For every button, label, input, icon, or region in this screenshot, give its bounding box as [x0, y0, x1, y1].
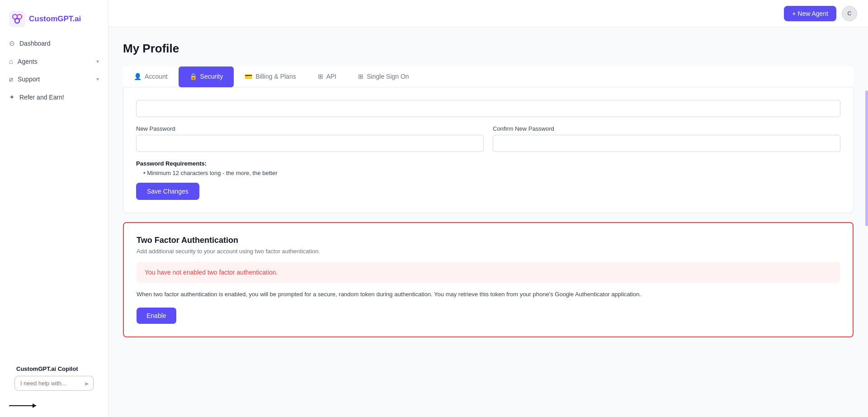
copilot-input[interactable]	[14, 376, 94, 391]
logo-text: CustomGPT.ai	[29, 14, 81, 24]
sidebar-item-agents[interactable]: ⌂ Agents ▾	[0, 52, 108, 70]
tab-api-label: API	[326, 73, 337, 80]
copilot-input-area: ➤	[7, 376, 101, 398]
requirement-item-1: • Minimum 12 characters long - the more,…	[143, 170, 840, 176]
content-area: My Profile 👤 Account 🔒 Security 💳 Billin…	[108, 27, 868, 417]
api-icon: ⊞	[318, 73, 323, 80]
tfa-warning-text: You have not enabled two factor authenti…	[145, 269, 278, 276]
sidebar: CustomGPT.ai ⊙ Dashboard ⌂ Agents ▾ ⌀ Su…	[0, 0, 108, 417]
topbar: + New Agent C	[108, 0, 868, 27]
chevron-down-icon: ▾	[96, 58, 99, 65]
sidebar-label-dashboard: Dashboard	[19, 40, 51, 47]
confirm-password-input[interactable]	[493, 135, 840, 152]
tab-sso[interactable]: ⊞ Single Sign On	[347, 66, 420, 87]
tab-billing[interactable]: 💳 Billing & Plans	[234, 66, 307, 87]
scrollbar[interactable]	[865, 90, 868, 226]
lock-icon: 🔒	[189, 73, 197, 80]
page-title: My Profile	[123, 42, 854, 56]
sidebar-label-refer: Refer and Earn!	[19, 94, 64, 101]
password-top-row	[136, 100, 840, 117]
send-icon[interactable]: ➤	[84, 380, 89, 387]
tab-billing-label: Billing & Plans	[255, 73, 296, 80]
arrow-indicator	[0, 402, 108, 410]
dashboard-icon: ⊙	[9, 39, 15, 47]
current-password-input[interactable]	[136, 100, 840, 117]
billing-icon: 💳	[245, 73, 252, 80]
tab-security-label: Security	[200, 73, 223, 80]
arrow-icon	[9, 405, 36, 406]
logo-icon	[9, 11, 25, 27]
confirm-password-group: Confirm New Password	[493, 125, 840, 152]
confirm-password-label: Confirm New Password	[493, 125, 840, 132]
sidebar-nav: ⊙ Dashboard ⌂ Agents ▾ ⌀ Support ▾ ✦ Ref…	[0, 34, 108, 358]
sidebar-item-support[interactable]: ⌀ Support ▾	[0, 70, 108, 88]
tab-sso-label: Single Sign On	[367, 73, 409, 80]
requirements-title: Password Requirements:	[136, 160, 840, 167]
refer-icon: ✦	[9, 93, 15, 101]
save-changes-button[interactable]: Save Changes	[136, 183, 199, 200]
password-card: New Password Confirm New Password Passwo…	[123, 87, 854, 213]
main-content: + New Agent C My Profile 👤 Account 🔒 Sec…	[108, 0, 868, 417]
sidebar-item-dashboard[interactable]: ⊙ Dashboard	[0, 34, 108, 52]
password-row: New Password Confirm New Password	[136, 125, 840, 152]
current-password-group	[136, 100, 840, 117]
tab-account-label: Account	[145, 73, 168, 80]
new-agent-button[interactable]: + New Agent	[784, 6, 836, 21]
tab-api[interactable]: ⊞ API	[307, 66, 348, 87]
tab-account[interactable]: 👤 Account	[123, 66, 179, 87]
tfa-warning-box: You have not enabled two factor authenti…	[137, 262, 840, 283]
tfa-title: Two Factor Authentication	[137, 236, 840, 245]
sso-icon: ⊞	[358, 73, 363, 80]
tab-security[interactable]: 🔒 Security	[179, 66, 234, 87]
enable-2fa-button[interactable]: Enable	[137, 308, 176, 324]
tfa-description: Add additional security to your account …	[137, 248, 840, 255]
copilot-section-label: CustomGPT.ai Copilot	[7, 358, 101, 376]
avatar[interactable]: C	[842, 6, 857, 21]
bullet-icon: •	[143, 170, 147, 176]
new-password-label: New Password	[136, 125, 484, 132]
sidebar-label-agents: Agents	[18, 58, 38, 65]
tfa-card: Two Factor Authentication Add additional…	[123, 222, 854, 337]
new-password-input[interactable]	[136, 135, 484, 152]
agents-icon: ⌂	[9, 57, 13, 65]
account-icon: 👤	[134, 73, 142, 80]
sidebar-item-refer[interactable]: ✦ Refer and Earn!	[0, 88, 108, 106]
new-password-group: New Password	[136, 125, 484, 152]
support-icon: ⌀	[9, 75, 13, 83]
tfa-info-text: When two factor authentication is enable…	[137, 290, 840, 299]
profile-tabs: 👤 Account 🔒 Security 💳 Billing & Plans ⊞…	[123, 66, 854, 87]
logo: CustomGPT.ai	[0, 7, 108, 34]
sidebar-label-support: Support	[18, 76, 40, 83]
chevron-down-icon-support: ▾	[96, 76, 99, 82]
